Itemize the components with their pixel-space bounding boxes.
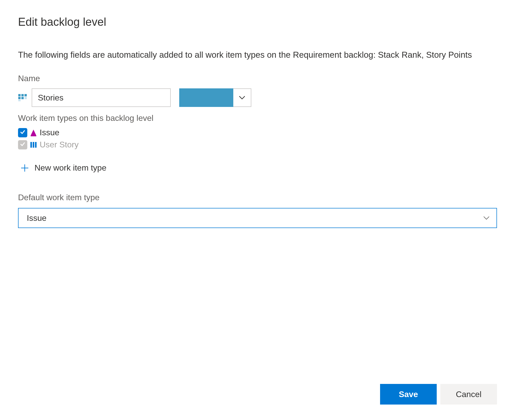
chevron-down-icon [484,216,489,220]
svg-rect-5 [24,97,27,99]
chevron-down-icon [239,96,245,99]
new-work-item-type-label: New work item type [35,163,106,173]
dialog-description: The following fields are automatically a… [18,49,497,61]
user-story-checkbox [18,140,27,149]
work-item-type-row: User Story [18,139,497,151]
work-item-types-list: Issue User Story [18,127,497,151]
svg-rect-3 [18,97,21,99]
svg-rect-7 [31,136,36,136]
default-type-value: Issue [27,213,46,223]
issue-icon [29,129,38,137]
svg-rect-6 [18,100,21,101]
cancel-button[interactable]: Cancel [440,384,497,405]
check-icon [20,129,25,136]
default-type-section: Default work item type Issue [18,193,497,228]
dialog-footer: Save Cancel [380,384,497,405]
svg-rect-4 [21,97,24,99]
name-label: Name [18,74,497,83]
color-dropdown-button[interactable] [233,88,251,107]
svg-rect-10 [35,142,37,148]
color-picker [179,88,251,107]
svg-rect-2 [24,94,27,96]
name-row [18,88,497,107]
svg-rect-0 [18,94,21,96]
user-story-label: User Story [40,140,79,149]
name-input[interactable] [32,88,171,107]
work-item-type-row: Issue [18,127,497,139]
work-item-types-label: Work item types on this backlog level [18,113,497,123]
default-type-label: Default work item type [18,193,497,202]
issue-label: Issue [40,128,59,137]
svg-rect-9 [33,142,34,148]
issue-checkbox[interactable] [18,128,27,137]
color-swatch[interactable] [179,88,233,107]
save-button[interactable]: Save [380,384,437,405]
user-story-icon [29,141,38,149]
new-work-item-type-button[interactable]: New work item type [18,158,106,177]
svg-rect-8 [30,142,32,148]
dialog-title: Edit backlog level [18,15,497,28]
check-icon [20,141,25,148]
plus-icon [20,163,29,173]
hierarchy-icon [18,94,27,102]
svg-rect-1 [21,94,24,96]
default-type-dropdown[interactable]: Issue [18,208,497,228]
